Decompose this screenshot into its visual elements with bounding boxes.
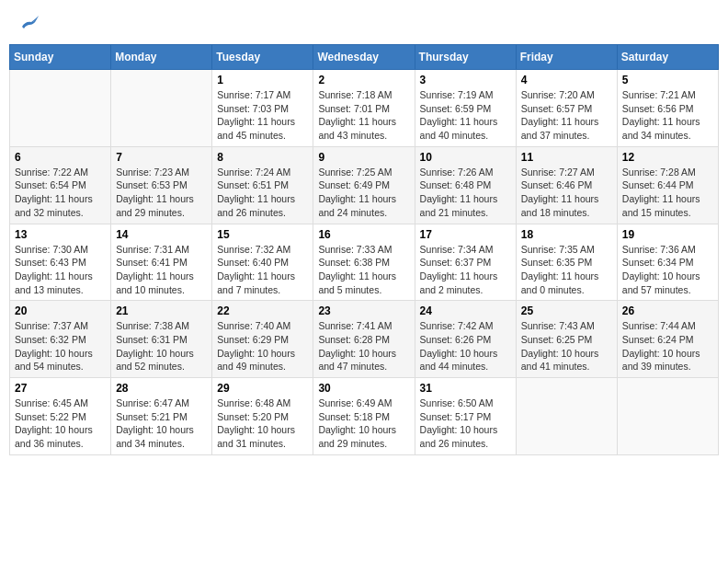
cell-content: Sunrise: 7:38 AM Sunset: 6:31 PM Dayligh… bbox=[116, 319, 207, 373]
cell-content: Sunrise: 7:28 AM Sunset: 6:44 PM Dayligh… bbox=[622, 166, 713, 220]
calendar-cell: 4Sunrise: 7:20 AM Sunset: 6:57 PM Daylig… bbox=[516, 70, 617, 147]
day-number: 2 bbox=[318, 74, 409, 86]
calendar-cell: 16Sunrise: 7:33 AM Sunset: 6:38 PM Dayli… bbox=[313, 224, 415, 301]
calendar-cell: 14Sunrise: 7:31 AM Sunset: 6:41 PM Dayli… bbox=[111, 224, 212, 301]
calendar-cell: 27Sunrise: 6:45 AM Sunset: 5:22 PM Dayli… bbox=[10, 378, 111, 455]
calendar-cell: 15Sunrise: 7:32 AM Sunset: 6:40 PM Dayli… bbox=[212, 224, 313, 301]
day-number: 4 bbox=[521, 74, 612, 86]
day-number: 17 bbox=[420, 228, 511, 241]
cell-content: Sunrise: 7:43 AM Sunset: 6:25 PM Dayligh… bbox=[521, 319, 612, 373]
cell-content: Sunrise: 6:47 AM Sunset: 5:21 PM Dayligh… bbox=[116, 396, 207, 451]
calendar-cell: 11Sunrise: 7:27 AM Sunset: 6:46 PM Dayli… bbox=[516, 146, 617, 224]
day-number: 27 bbox=[15, 382, 106, 395]
day-number: 8 bbox=[217, 151, 308, 164]
day-number: 13 bbox=[15, 228, 106, 241]
cell-content: Sunrise: 7:35 AM Sunset: 6:35 PM Dayligh… bbox=[521, 243, 612, 297]
day-number: 25 bbox=[521, 304, 612, 317]
calendar-cell: 13Sunrise: 7:30 AM Sunset: 6:43 PM Dayli… bbox=[10, 224, 111, 301]
day-number: 30 bbox=[318, 382, 409, 395]
calendar-header-row: SundayMondayTuesdayWednesdayThursdayFrid… bbox=[10, 45, 719, 70]
calendar-week-row: 13Sunrise: 7:30 AM Sunset: 6:43 PM Dayli… bbox=[10, 224, 719, 301]
cell-content: Sunrise: 6:48 AM Sunset: 5:20 PM Dayligh… bbox=[217, 396, 308, 451]
calendar-cell bbox=[111, 70, 212, 147]
calendar-week-row: 1Sunrise: 7:17 AM Sunset: 7:03 PM Daylig… bbox=[10, 70, 719, 147]
logo-bird-icon bbox=[20, 14, 39, 30]
day-number: 3 bbox=[420, 74, 511, 86]
day-number: 10 bbox=[420, 151, 511, 164]
calendar-cell: 21Sunrise: 7:38 AM Sunset: 6:31 PM Dayli… bbox=[111, 301, 212, 378]
cell-content: Sunrise: 7:22 AM Sunset: 6:54 PM Dayligh… bbox=[15, 166, 106, 220]
day-number: 12 bbox=[622, 151, 713, 164]
cell-content: Sunrise: 7:37 AM Sunset: 6:32 PM Dayligh… bbox=[15, 319, 106, 373]
cell-content: Sunrise: 7:30 AM Sunset: 6:43 PM Dayligh… bbox=[15, 243, 106, 297]
cell-content: Sunrise: 7:44 AM Sunset: 6:24 PM Dayligh… bbox=[622, 319, 713, 373]
cell-content: Sunrise: 7:17 AM Sunset: 7:03 PM Dayligh… bbox=[217, 88, 308, 143]
calendar-cell: 8Sunrise: 7:24 AM Sunset: 6:51 PM Daylig… bbox=[212, 146, 313, 224]
day-number: 19 bbox=[622, 228, 713, 241]
calendar-cell: 24Sunrise: 7:42 AM Sunset: 6:26 PM Dayli… bbox=[415, 301, 516, 378]
day-number: 11 bbox=[521, 151, 612, 164]
calendar-cell: 23Sunrise: 7:41 AM Sunset: 6:28 PM Dayli… bbox=[313, 301, 415, 378]
day-number: 20 bbox=[15, 304, 106, 317]
cell-content: Sunrise: 7:31 AM Sunset: 6:41 PM Dayligh… bbox=[116, 243, 207, 297]
day-number: 5 bbox=[622, 74, 713, 86]
cell-content: Sunrise: 7:34 AM Sunset: 6:37 PM Dayligh… bbox=[420, 243, 511, 297]
calendar-cell: 19Sunrise: 7:36 AM Sunset: 6:34 PM Dayli… bbox=[617, 224, 718, 301]
cell-content: Sunrise: 7:36 AM Sunset: 6:34 PM Dayligh… bbox=[622, 243, 713, 297]
calendar-table: SundayMondayTuesdayWednesdayThursdayFrid… bbox=[9, 44, 719, 455]
weekday-header: Saturday bbox=[617, 45, 718, 70]
calendar-cell bbox=[617, 378, 718, 455]
cell-content: Sunrise: 7:23 AM Sunset: 6:53 PM Dayligh… bbox=[116, 166, 207, 220]
calendar-cell: 20Sunrise: 7:37 AM Sunset: 6:32 PM Dayli… bbox=[10, 301, 111, 378]
calendar-cell: 31Sunrise: 6:50 AM Sunset: 5:17 PM Dayli… bbox=[415, 378, 516, 455]
cell-content: Sunrise: 7:27 AM Sunset: 6:46 PM Dayligh… bbox=[521, 166, 612, 220]
calendar-cell: 17Sunrise: 7:34 AM Sunset: 6:37 PM Dayli… bbox=[415, 224, 516, 301]
cell-content: Sunrise: 7:18 AM Sunset: 7:01 PM Dayligh… bbox=[318, 88, 409, 143]
cell-content: Sunrise: 7:41 AM Sunset: 6:28 PM Dayligh… bbox=[318, 319, 409, 373]
calendar-cell bbox=[10, 70, 111, 147]
day-number: 16 bbox=[318, 228, 409, 241]
day-number: 26 bbox=[622, 304, 713, 317]
day-number: 21 bbox=[116, 304, 207, 317]
cell-content: Sunrise: 7:32 AM Sunset: 6:40 PM Dayligh… bbox=[217, 243, 308, 297]
calendar-cell: 18Sunrise: 7:35 AM Sunset: 6:35 PM Dayli… bbox=[516, 224, 617, 301]
logo bbox=[18, 14, 39, 30]
weekday-header: Sunday bbox=[10, 45, 111, 70]
day-number: 22 bbox=[217, 304, 308, 317]
calendar-cell: 7Sunrise: 7:23 AM Sunset: 6:53 PM Daylig… bbox=[111, 146, 212, 224]
day-number: 9 bbox=[318, 151, 409, 164]
cell-content: Sunrise: 6:45 AM Sunset: 5:22 PM Dayligh… bbox=[15, 396, 106, 451]
day-number: 24 bbox=[420, 304, 511, 317]
cell-content: Sunrise: 7:33 AM Sunset: 6:38 PM Dayligh… bbox=[318, 243, 409, 297]
calendar-cell: 12Sunrise: 7:28 AM Sunset: 6:44 PM Dayli… bbox=[617, 146, 718, 224]
day-number: 29 bbox=[217, 382, 308, 395]
calendar-cell: 30Sunrise: 6:49 AM Sunset: 5:18 PM Dayli… bbox=[313, 378, 415, 455]
calendar-cell: 5Sunrise: 7:21 AM Sunset: 6:56 PM Daylig… bbox=[617, 70, 718, 147]
calendar-cell: 10Sunrise: 7:26 AM Sunset: 6:48 PM Dayli… bbox=[415, 146, 516, 224]
calendar-cell: 22Sunrise: 7:40 AM Sunset: 6:29 PM Dayli… bbox=[212, 301, 313, 378]
cell-content: Sunrise: 7:42 AM Sunset: 6:26 PM Dayligh… bbox=[420, 319, 511, 373]
weekday-header: Wednesday bbox=[313, 45, 415, 70]
day-number: 18 bbox=[521, 228, 612, 241]
calendar-cell: 6Sunrise: 7:22 AM Sunset: 6:54 PM Daylig… bbox=[10, 146, 111, 224]
day-number: 15 bbox=[217, 228, 308, 241]
cell-content: Sunrise: 7:40 AM Sunset: 6:29 PM Dayligh… bbox=[217, 319, 308, 373]
calendar-cell: 2Sunrise: 7:18 AM Sunset: 7:01 PM Daylig… bbox=[313, 70, 415, 147]
calendar-cell: 26Sunrise: 7:44 AM Sunset: 6:24 PM Dayli… bbox=[617, 301, 718, 378]
calendar-week-row: 27Sunrise: 6:45 AM Sunset: 5:22 PM Dayli… bbox=[10, 378, 719, 455]
calendar-cell: 1Sunrise: 7:17 AM Sunset: 7:03 PM Daylig… bbox=[212, 70, 313, 147]
day-number: 1 bbox=[217, 74, 308, 86]
day-number: 6 bbox=[15, 151, 106, 164]
calendar-week-row: 6Sunrise: 7:22 AM Sunset: 6:54 PM Daylig… bbox=[10, 146, 719, 224]
calendar-cell: 28Sunrise: 6:47 AM Sunset: 5:21 PM Dayli… bbox=[111, 378, 212, 455]
calendar-week-row: 20Sunrise: 7:37 AM Sunset: 6:32 PM Dayli… bbox=[10, 301, 719, 378]
cell-content: Sunrise: 7:20 AM Sunset: 6:57 PM Dayligh… bbox=[521, 88, 612, 143]
cell-content: Sunrise: 7:26 AM Sunset: 6:48 PM Dayligh… bbox=[420, 166, 511, 220]
day-number: 14 bbox=[116, 228, 207, 241]
weekday-header: Friday bbox=[516, 45, 617, 70]
cell-content: Sunrise: 7:24 AM Sunset: 6:51 PM Dayligh… bbox=[217, 166, 308, 220]
cell-content: Sunrise: 7:19 AM Sunset: 6:59 PM Dayligh… bbox=[420, 88, 511, 143]
day-number: 23 bbox=[318, 304, 409, 317]
cell-content: Sunrise: 7:25 AM Sunset: 6:49 PM Dayligh… bbox=[318, 166, 409, 220]
weekday-header: Thursday bbox=[415, 45, 516, 70]
